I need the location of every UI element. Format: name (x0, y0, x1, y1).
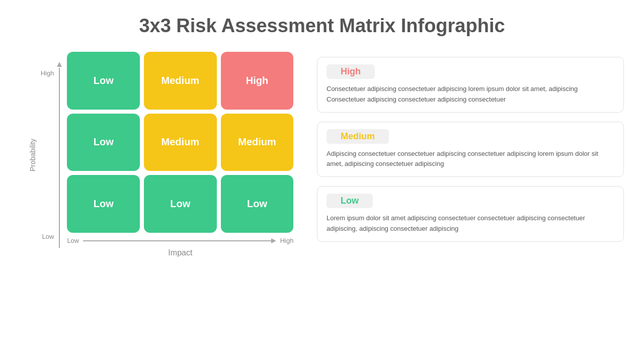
cell-low-low: Low (67, 52, 140, 110)
cell-low-med2: Low (144, 175, 217, 233)
x-arrow-head (271, 238, 276, 243)
y-arrow-head (57, 62, 62, 67)
cell-medium-medium: Medium (144, 114, 217, 171)
legend-badge-low: Low (327, 194, 373, 208)
cell-low-low2: Low (67, 175, 140, 233)
page-title: 3x3 Risk Assessment Matrix Infographic (139, 15, 505, 37)
y-low-label: Low (42, 233, 54, 240)
cell-medium-high: Medium (221, 114, 294, 171)
y-high-label: High (41, 69, 54, 77)
cell-medium-low: Medium (144, 52, 217, 110)
x-axis: Low High Impact (67, 237, 293, 257)
legend-text-medium: Adipiscing consectetuer consectetuer adi… (327, 149, 614, 170)
cell-low-medium: Low (67, 114, 140, 171)
x-axis-label: Impact (168, 248, 192, 257)
legend: High Consectetuer adipiscing consectetue… (317, 52, 624, 242)
cell-low-high2: Low (221, 175, 294, 233)
x-low-label: Low (67, 237, 79, 244)
legend-text-high: Consectetuer adipiscing consectetuer adi… (327, 84, 614, 105)
cell-high-high: High (221, 52, 294, 110)
x-arrow-line (83, 240, 271, 241)
legend-badge-high: High (327, 64, 375, 79)
legend-badge-medium: Medium (327, 129, 389, 144)
risk-matrix-grid: Low Medium High Low Medium Medium Low Lo… (67, 52, 293, 233)
legend-item-low: Low Lorem ipsum dolor sit amet adipiscin… (317, 186, 624, 242)
y-arrow-line (59, 68, 60, 248)
x-high-label: High (280, 237, 294, 244)
legend-item-high: High Consectetuer adipiscing consectetue… (317, 57, 624, 113)
legend-text-low: Lorem ipsum dolor sit amet adipiscing co… (327, 213, 614, 234)
legend-item-medium: Medium Adipiscing consectetuer consectet… (317, 122, 624, 177)
matrix-wrapper: Probability High Low Low Mediu (20, 52, 302, 257)
y-axis-label: Probability (29, 62, 37, 248)
